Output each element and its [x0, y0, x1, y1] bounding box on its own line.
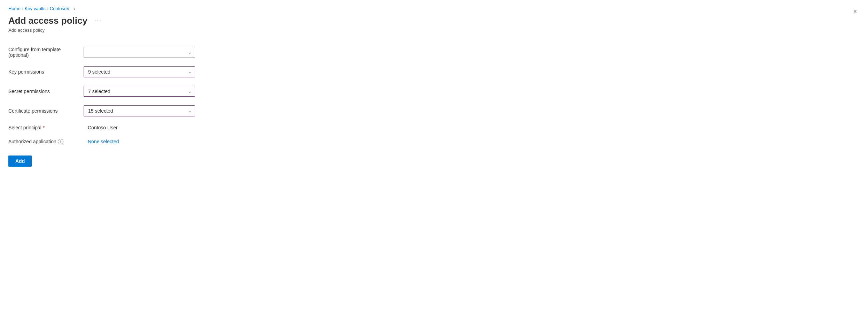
page-subtitle: Add access policy — [0, 28, 868, 40]
more-options-button[interactable]: ··· — [92, 16, 104, 26]
page-title: Add access policy — [8, 15, 87, 26]
key-permissions-row: Key permissions 9 selected ⌄ — [8, 66, 235, 77]
key-permissions-control: 9 selected ⌄ — [84, 66, 195, 77]
select-principal-label: Select principal * — [8, 125, 78, 130]
form-container: Configure from template (optional) ⌄ Key… — [0, 40, 244, 174]
key-permissions-select[interactable]: 9 selected — [84, 66, 195, 77]
secret-permissions-control: 7 selected ⌄ — [84, 86, 195, 97]
certificate-permissions-control: 15 selected ⌄ — [84, 105, 195, 116]
breadcrumb-sep-2: › — [47, 6, 48, 11]
info-icon[interactable]: i — [58, 139, 63, 144]
breadcrumb-more-icon: › — [74, 6, 76, 11]
key-permissions-label: Key permissions — [8, 69, 78, 75]
certificate-permissions-label: Certificate permissions — [8, 108, 78, 114]
configure-template-label: Configure from template (optional) — [8, 47, 78, 58]
certificate-permissions-select[interactable]: 15 selected — [84, 105, 195, 116]
secret-permissions-row: Secret permissions 7 selected ⌄ — [8, 86, 235, 97]
breadcrumb-contoso[interactable]: ContosoV — [50, 6, 70, 11]
principal-value: Contoso User — [84, 125, 118, 130]
authorized-application-row: Authorized application i None selected — [8, 139, 235, 144]
add-button[interactable]: Add — [8, 156, 32, 167]
breadcrumb-home[interactable]: Home — [8, 6, 21, 11]
secret-permissions-select[interactable]: 7 selected — [84, 86, 195, 97]
authorized-application-label: Authorized application i — [8, 139, 78, 144]
authorized-application-link[interactable]: None selected — [84, 139, 119, 144]
page-header: Add access policy ··· — [0, 14, 868, 28]
configure-template-select[interactable] — [84, 47, 195, 58]
configure-template-control: ⌄ — [84, 47, 195, 58]
breadcrumb: Home › Key vaults › ContosoV › — [0, 0, 868, 14]
breadcrumb-sep-1: › — [22, 6, 23, 11]
configure-template-row: Configure from template (optional) ⌄ — [8, 47, 235, 58]
certificate-permissions-row: Certificate permissions 15 selected ⌄ — [8, 105, 235, 116]
breadcrumb-key-vaults[interactable]: Key vaults — [25, 6, 46, 11]
close-button[interactable]: × — [852, 7, 858, 16]
secret-permissions-label: Secret permissions — [8, 89, 78, 94]
required-indicator: * — [43, 125, 45, 130]
select-principal-row: Select principal * Contoso User — [8, 125, 235, 130]
